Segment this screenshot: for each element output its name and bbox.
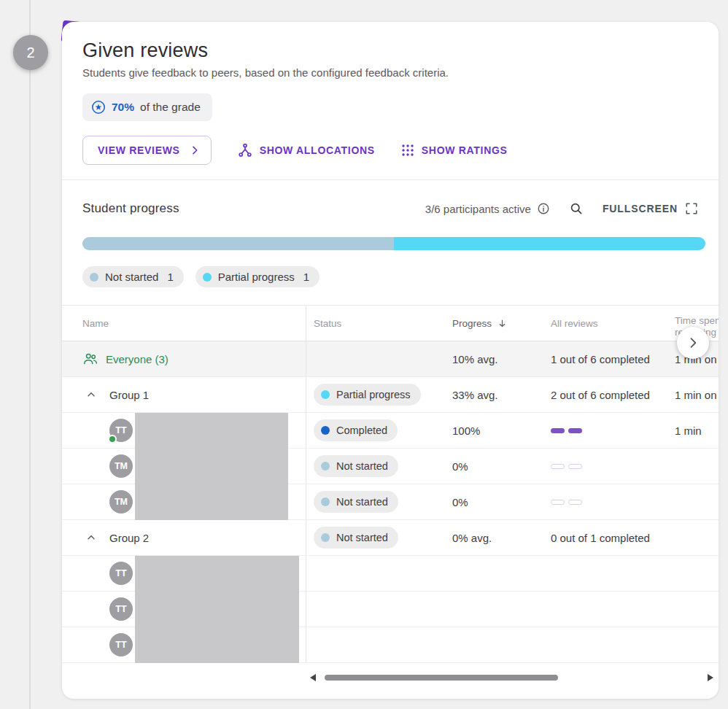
progress-cell: 0% avg. — [452, 520, 551, 555]
table-row-student: TT — [62, 627, 719, 663]
progress-cell: 0% — [452, 484, 551, 519]
status-chip: Not started — [314, 455, 398, 477]
student-progress-header: Student progress 3/6 participants active… — [62, 180, 719, 237]
show-ratings-label: SHOW RATINGS — [422, 144, 508, 156]
scrollbar-right-arrow[interactable] — [708, 674, 713, 681]
star-icon — [91, 100, 106, 115]
name-cell: TM — [62, 449, 306, 484]
not-started-dot — [90, 273, 98, 282]
name-cell: Everyone (3) — [62, 341, 306, 376]
name-cell: Group 1 — [62, 377, 306, 412]
group-people-icon — [82, 351, 98, 367]
name-cell: TT — [62, 627, 306, 662]
grade-weight-badge: 70% of the grade — [82, 93, 212, 121]
time-spent-cell — [675, 520, 719, 555]
given-reviews-card: Given reviews Students give feedback to … — [62, 22, 719, 699]
avatar: TM — [109, 454, 133, 478]
review-pill-empty — [568, 500, 582, 505]
redacted-name — [135, 627, 299, 663]
view-reviews-label: VIEW REVIEWS — [98, 144, 180, 156]
horizontal-scrollbar — [310, 673, 719, 682]
search-icon[interactable] — [569, 201, 584, 216]
review-pill-empty — [568, 464, 582, 469]
redacted-name — [135, 413, 288, 449]
all-reviews-cell — [551, 413, 675, 448]
scrollbar-left-arrow[interactable] — [310, 674, 316, 681]
time-spent-cell — [675, 449, 719, 484]
chevron-right-icon — [189, 144, 201, 156]
all-reviews-cell — [551, 449, 675, 484]
all-reviews-cell: 1 out of 6 completed — [551, 341, 675, 376]
progress-cell: 33% avg. — [452, 377, 551, 412]
all-reviews-cell: 0 out of 1 completed — [551, 520, 675, 555]
allocations-icon — [238, 143, 252, 158]
time-spent-cell — [675, 556, 719, 591]
name-cell: TT — [62, 413, 306, 448]
status-cell: Completed — [306, 413, 452, 448]
avatar: TT — [109, 597, 133, 621]
status-cell: Not started — [306, 484, 452, 519]
all-reviews-cell: 2 out of 6 completed — [551, 377, 675, 412]
page: 2 Given reviews Students give feedback t… — [0, 0, 728, 709]
status-progress-bar — [82, 237, 705, 250]
review-pill-completed — [551, 428, 565, 433]
name-cell: Group 2 — [62, 520, 306, 555]
fullscreen-button[interactable]: FULLSCREEN — [603, 202, 698, 215]
column-header-all-reviews[interactable]: All reviews — [551, 306, 675, 341]
not-started-dot — [321, 462, 330, 470]
all-reviews-cell — [551, 484, 675, 519]
info-icon[interactable] — [537, 202, 550, 215]
table-row-group-2: Group 2 Not started 0% avg. 0 out of 1 c… — [62, 520, 719, 556]
redacted-name — [135, 449, 288, 484]
scrollbar-thumb[interactable] — [325, 675, 558, 681]
show-ratings-button[interactable]: SHOW RATINGS — [401, 144, 508, 157]
review-pill-empty — [551, 464, 565, 469]
participants-active: 3/6 participants active — [425, 202, 550, 215]
all-reviews-cell — [551, 627, 675, 662]
time-spent-cell — [675, 484, 719, 519]
name-cell: TM — [62, 484, 306, 519]
time-spent-cell: 1 min on avg. — [675, 377, 719, 412]
time-spent-cell — [675, 627, 719, 662]
progress-cell — [452, 627, 551, 662]
status-cell — [306, 341, 452, 376]
progress-cell — [452, 592, 551, 627]
scroll-columns-right-button[interactable] — [677, 327, 709, 359]
view-reviews-button[interactable]: VIEW REVIEWS — [82, 136, 212, 165]
show-allocations-button[interactable]: SHOW ALLOCATIONS — [238, 143, 375, 158]
avatar: TM — [109, 490, 133, 514]
avatar: TT — [109, 419, 133, 442]
progress-cell: 0% — [452, 449, 551, 484]
collapse-group-icon[interactable] — [82, 529, 100, 546]
fullscreen-icon — [685, 202, 698, 215]
redacted-name — [135, 484, 288, 520]
all-reviews-cell — [551, 556, 675, 591]
legend-label: Not started — [105, 271, 158, 283]
status-cell: Not started — [306, 449, 452, 484]
step-number: 2 — [26, 44, 34, 61]
table-row-student: TM Not started 0% — [62, 484, 719, 520]
table-row-group-1: Group 1 Partial progress 33% avg. 2 out … — [62, 377, 719, 413]
table-header: Name Status Progress All reviews Time sp… — [62, 305, 719, 341]
redacted-name — [135, 592, 299, 627]
card-header: Given reviews Students give feedback to … — [62, 22, 719, 179]
status-cell: Not started — [306, 520, 452, 555]
partial-progress-dot — [203, 273, 212, 282]
column-header-progress[interactable]: Progress — [452, 306, 551, 341]
bar-segment-not-started — [82, 237, 394, 250]
legend-chip-not-started: Not started 1 — [82, 266, 184, 287]
column-header-status[interactable]: Status — [306, 306, 452, 341]
student-progress-title: Student progress — [82, 201, 179, 216]
legend-label: Partial progress — [218, 271, 295, 283]
status-cell — [306, 592, 452, 627]
group-name: Group 1 — [109, 389, 149, 401]
show-allocations-label: SHOW ALLOCATIONS — [260, 144, 375, 156]
card-subtitle: Students give feedback to peers, based o… — [82, 66, 698, 79]
grade-percent: 70% — [112, 101, 134, 114]
column-header-name[interactable]: Name — [62, 306, 306, 341]
participants-active-label: 3/6 participants active — [425, 203, 531, 215]
collapse-group-icon[interactable] — [82, 386, 100, 403]
ratings-grid-icon — [401, 144, 414, 157]
everyone-label[interactable]: Everyone (3) — [106, 353, 169, 365]
not-started-dot — [321, 497, 330, 506]
